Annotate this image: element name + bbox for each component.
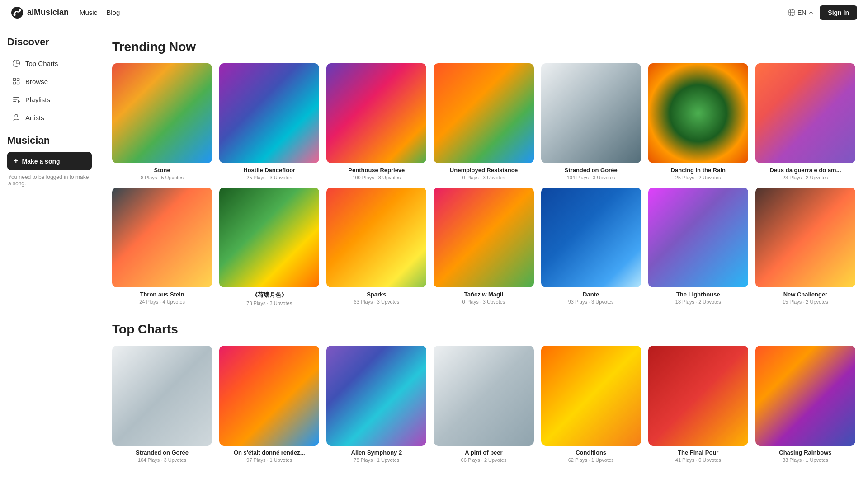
music-card-name: The Final Pour <box>648 449 748 456</box>
globe-icon <box>788 9 796 17</box>
music-card-meta: 41 Plays · 0 Upvotes <box>648 457 748 463</box>
music-card-thumb <box>648 346 748 446</box>
chevron-up-icon <box>808 9 814 16</box>
nav-music[interactable]: Music <box>80 9 97 16</box>
plus-icon: + <box>14 156 19 166</box>
logo-text: aiMusician <box>27 8 69 17</box>
music-card[interactable]: Alien Symphony 278 Plays · 1 Upvotes <box>326 346 426 463</box>
music-card[interactable]: Thron aus Stein24 Plays · 4 Upvotes <box>112 188 212 306</box>
music-card-name: Dante <box>541 291 641 298</box>
music-card-name: Stranded on Gorée <box>112 449 212 456</box>
music-card-meta: 100 Plays · 3 Upvotes <box>326 175 426 180</box>
make-song-button[interactable]: + Make a song <box>7 152 92 170</box>
nav-blog[interactable]: Blog <box>106 9 120 16</box>
lang-label: EN <box>797 9 806 16</box>
music-card-meta: 33 Plays · 1 Upvotes <box>755 457 855 463</box>
make-song-label: Make a song <box>22 158 60 165</box>
music-card-name: Deus da guerra e do am... <box>755 167 855 174</box>
svg-marker-16 <box>18 100 20 103</box>
music-card-name: Stone <box>112 167 212 174</box>
music-card-name: The Lighthouse <box>648 291 748 298</box>
music-card-meta: 24 Plays · 4 Upvotes <box>112 299 212 305</box>
main-nav: Music Blog <box>80 9 120 16</box>
trending-now-grid: Stone8 Plays · 5 UpvotesHostile Danceflo… <box>112 63 855 306</box>
music-card-meta: 15 Plays · 2 Upvotes <box>755 299 855 305</box>
music-card-name: Thron aus Stein <box>112 291 212 298</box>
app-body: Discover Top Charts <box>0 25 868 488</box>
discover-title: Discover <box>7 36 92 48</box>
music-card[interactable]: Penthouse Reprieve100 Plays · 3 Upvotes <box>326 63 426 180</box>
svg-point-0 <box>11 7 23 19</box>
music-card-thumb <box>541 346 641 446</box>
svg-rect-10 <box>17 78 19 80</box>
music-card-name: Chasing Rainbows <box>755 449 855 456</box>
music-card[interactable]: Sparks63 Plays · 3 Upvotes <box>326 188 426 306</box>
music-card[interactable]: 《荷塘月色》73 Plays · 3 Upvotes <box>219 188 319 306</box>
music-card[interactable]: Chasing Rainbows33 Plays · 1 Upvotes <box>755 346 855 463</box>
top-charts-title: Top Charts <box>112 322 855 337</box>
logo-icon <box>11 6 24 19</box>
sidebar-browse-label: Browse <box>25 78 48 85</box>
header-left: aiMusician Music Blog <box>11 6 120 19</box>
music-card-thumb <box>648 188 748 287</box>
trending-now-title: Trending Now <box>112 40 855 54</box>
music-card-thumb <box>326 346 426 446</box>
logo[interactable]: aiMusician <box>11 6 69 19</box>
header-right: EN Sign In <box>788 5 857 20</box>
music-card-thumb <box>434 346 533 446</box>
music-card-thumb <box>434 63 533 163</box>
music-card-meta: 8 Plays · 5 Upvotes <box>112 175 212 180</box>
music-card[interactable]: Dancing in the Rain25 Plays · 2 Upvotes <box>648 63 748 180</box>
sidebar-item-top-charts[interactable]: Top Charts <box>7 55 92 71</box>
svg-point-1 <box>14 14 16 16</box>
sign-in-button[interactable]: Sign In <box>820 5 857 20</box>
music-card-name: 《荷塘月色》 <box>219 291 319 299</box>
playlist-icon <box>12 95 21 104</box>
music-card-name: Hostile Dancefloor <box>219 167 319 174</box>
music-card-name: New Challenger <box>755 291 855 298</box>
music-card-thumb <box>112 188 212 287</box>
sidebar-playlists-label: Playlists <box>25 96 50 103</box>
music-card-name: Tańcz w Magii <box>434 291 533 298</box>
music-card-meta: 104 Plays · 3 Upvotes <box>541 175 641 180</box>
music-card[interactable]: Hostile Dancefloor25 Plays · 3 Upvotes <box>219 63 319 180</box>
sidebar-item-playlists[interactable]: Playlists <box>7 91 92 108</box>
chart-icon <box>12 59 21 68</box>
music-card[interactable]: The Lighthouse18 Plays · 2 Upvotes <box>648 188 748 306</box>
music-card-name: A pint of beer <box>434 449 533 456</box>
music-card[interactable]: Dante93 Plays · 3 Upvotes <box>541 188 641 306</box>
music-card[interactable]: Stranded on Gorée104 Plays · 3 Upvotes <box>112 346 212 463</box>
language-selector[interactable]: EN <box>788 9 814 17</box>
music-card[interactable]: Unemployed Resistance0 Plays · 3 Upvotes <box>434 63 533 180</box>
main-content: Trending Now Stone8 Plays · 5 UpvotesHos… <box>99 25 868 488</box>
top-charts-grid: Stranded on Gorée104 Plays · 3 UpvotesOn… <box>112 346 855 463</box>
music-card[interactable]: On s'était donné rendez...97 Plays · 1 U… <box>219 346 319 463</box>
svg-point-2 <box>19 9 21 11</box>
music-card-meta: 18 Plays · 2 Upvotes <box>648 299 748 305</box>
music-card-meta: 63 Plays · 3 Upvotes <box>326 299 426 305</box>
music-card-meta: 78 Plays · 1 Upvotes <box>326 457 426 463</box>
music-card[interactable]: A pint of beer66 Plays · 2 Upvotes <box>434 346 533 463</box>
music-card[interactable]: Deus da guerra e do am...23 Plays · 2 Up… <box>755 63 855 180</box>
music-card-meta: 25 Plays · 3 Upvotes <box>219 175 319 180</box>
music-card-meta: 93 Plays · 3 Upvotes <box>541 299 641 305</box>
music-card-name: On s'était donné rendez... <box>219 449 319 456</box>
music-card-thumb <box>219 188 319 287</box>
sidebar-item-browse[interactable]: Browse <box>7 73 92 89</box>
music-card-thumb <box>541 188 641 287</box>
music-card[interactable]: Stone8 Plays · 5 Upvotes <box>112 63 212 180</box>
sidebar: Discover Top Charts <box>0 25 99 488</box>
music-card-name: Stranded on Gorée <box>541 167 641 174</box>
music-card-meta: 62 Plays · 1 Upvotes <box>541 457 641 463</box>
artists-icon <box>12 113 21 122</box>
music-card[interactable]: Conditions62 Plays · 1 Upvotes <box>541 346 641 463</box>
music-card-thumb <box>112 63 212 163</box>
musician-title: Musician <box>7 135 92 146</box>
music-card[interactable]: Stranded on Gorée104 Plays · 3 Upvotes <box>541 63 641 180</box>
svg-rect-11 <box>13 82 15 84</box>
sidebar-item-artists[interactable]: Artists <box>7 109 92 126</box>
music-card[interactable]: The Final Pour41 Plays · 0 Upvotes <box>648 346 748 463</box>
music-card[interactable]: New Challenger15 Plays · 2 Upvotes <box>755 188 855 306</box>
music-card-meta: 25 Plays · 2 Upvotes <box>648 175 748 180</box>
music-card[interactable]: Tańcz w Magii0 Plays · 3 Upvotes <box>434 188 533 306</box>
